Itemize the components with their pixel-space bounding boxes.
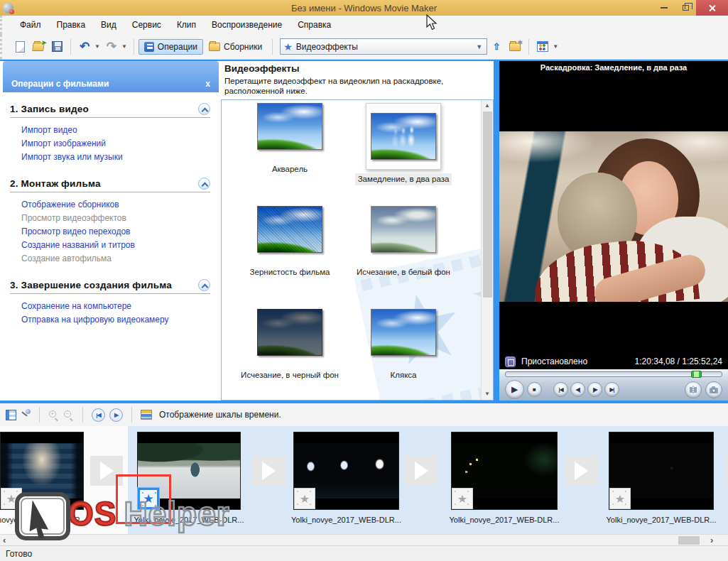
scrollbar-thumb[interactable] <box>483 111 492 298</box>
menubar: ФайлПравкаВидСервисКлипВоспроизведениеСп… <box>0 16 728 34</box>
scroll-left-icon[interactable]: ‹ <box>3 535 6 545</box>
clip-thumbnail[interactable]: ★ <box>451 432 558 510</box>
transition-cell[interactable] <box>405 456 438 486</box>
scroll-right-icon[interactable]: › <box>710 535 713 545</box>
transition-cell[interactable] <box>252 456 285 486</box>
menu-item[interactable]: Справка <box>290 17 339 33</box>
play-storyboard-button[interactable]: ▶ <box>109 408 123 422</box>
clip-thumbnail[interactable]: ★ <box>609 432 714 510</box>
effect-item[interactable]: Замедление, в два раза <box>348 103 459 206</box>
sidebar-link[interactable]: Импорт звука или музыки <box>21 152 219 162</box>
menu-item[interactable]: Воспроизведение <box>204 17 290 33</box>
timeline-mode-icon[interactable] <box>141 410 152 420</box>
undo-button[interactable]: ↶ <box>76 38 93 55</box>
collapse-button[interactable] <box>198 279 210 291</box>
menu-item[interactable]: Сервис <box>124 17 169 33</box>
rewind-storyboard-button[interactable]: |◀ <box>92 408 105 422</box>
views-button[interactable] <box>534 38 551 55</box>
sidebar-section-header[interactable]: 3. Завершение создания фильма <box>10 279 210 294</box>
open-project-button[interactable]: ➤ <box>30 38 47 55</box>
scrollbar-thumb[interactable] <box>678 536 700 545</box>
effect-thumbnail[interactable] <box>371 309 436 356</box>
storyboard-clip[interactable]: ★ Yolki_novye_2017_WEB-DLR... <box>451 432 558 510</box>
sidebar-link[interactable]: Отображение сборников <box>21 200 219 209</box>
scroll-up-icon[interactable]: ▲ <box>482 100 494 111</box>
seek-thumb[interactable] <box>691 371 702 378</box>
undo-dropdown[interactable]: ▼ <box>94 43 100 50</box>
sidebar-link[interactable]: Просмотр видео переходов <box>21 227 219 236</box>
new-project-button[interactable] <box>11 38 28 55</box>
split-clip-button[interactable] <box>685 381 702 398</box>
storyboard-scrollbar[interactable]: ‹ › <box>0 534 728 545</box>
fullscreen-icon[interactable] <box>505 356 516 367</box>
sidebar-link[interactable]: Сохранение на компьютере <box>21 301 219 311</box>
narration-mic-icon[interactable] <box>21 409 31 420</box>
collapse-button[interactable] <box>198 103 210 115</box>
tasks-pane-close-icon[interactable]: x <box>205 79 210 89</box>
menu-item[interactable]: Файл <box>12 17 49 33</box>
collections-button[interactable]: Сборники <box>203 39 268 55</box>
effect-thumbnail[interactable] <box>371 206 436 253</box>
redo-button[interactable]: ↷ <box>103 38 120 55</box>
effect-item[interactable]: Исчезание, в черный фон <box>234 309 345 401</box>
collapse-button[interactable] <box>198 178 210 190</box>
sidebar-link[interactable]: Отправка на цифровую видеокамеру <box>21 315 219 325</box>
collection-options-button[interactable]: ✱ <box>506 38 523 55</box>
stop-button[interactable]: ■ <box>527 382 542 397</box>
effect-item[interactable]: Исчезание, в белый фон <box>348 206 459 309</box>
effects-combobox[interactable]: ★ Видеоэффекты ▼ <box>280 38 487 55</box>
effect-thumbnail[interactable] <box>371 113 436 160</box>
sidebar-link[interactable]: Импорт изображений <box>21 138 219 148</box>
sidebar-link[interactable]: Создание автофильма <box>21 254 219 263</box>
transition-cell[interactable] <box>565 456 597 486</box>
take-picture-button[interactable] <box>705 381 722 398</box>
section-title: 1. Запись видео <box>10 104 89 114</box>
storyboard-clip[interactable]: ★ Yolki_novye_2017_WEB-DLR... <box>293 432 399 510</box>
save-project-button[interactable] <box>48 38 65 55</box>
scroll-down-icon[interactable]: ▼ <box>482 388 494 400</box>
storyboard-mode-icon[interactable] <box>6 410 16 420</box>
os-helper-watermark: OS Helper <box>68 494 230 534</box>
split-clip-icon <box>689 386 697 394</box>
step-forward-button[interactable]: |▶ <box>587 382 602 397</box>
seek-bar[interactable] <box>505 371 722 377</box>
effect-thumbnail[interactable] <box>257 206 322 253</box>
storyboard-clip[interactable]: ★ Yolki_novye_2017_WEB-DLR... <box>609 432 714 510</box>
sidebar-section-header[interactable]: 1. Запись видео <box>10 103 210 118</box>
menu-item[interactable]: Вид <box>93 17 124 33</box>
menu-item[interactable]: Клип <box>169 17 204 33</box>
next-frame-button[interactable]: ▶| <box>604 382 619 397</box>
chevron-down-icon[interactable]: ▼ <box>474 43 484 50</box>
zoom-out-icon[interactable]: − <box>63 410 74 420</box>
effect-star-icon[interactable]: ★ <box>294 488 315 509</box>
clip-thumbnail[interactable]: ★ <box>293 432 399 510</box>
video-screen[interactable] <box>499 74 728 354</box>
transition-cell[interactable] <box>725 456 728 486</box>
sidebar-link[interactable]: Импорт видео <box>21 125 219 135</box>
statusbar: Готово <box>0 545 728 561</box>
play-button[interactable]: ▶ <box>505 380 524 399</box>
back-to-collection-button[interactable]: ⇧ <box>488 38 505 55</box>
effect-thumbnail[interactable] <box>257 309 322 356</box>
views-dropdown[interactable]: ▼ <box>553 43 558 50</box>
step-back-button[interactable]: ◀| <box>570 382 585 397</box>
operations-button[interactable]: Операции <box>138 39 203 55</box>
effect-item[interactable]: Клякса <box>348 309 459 401</box>
status-text: Готово <box>6 549 32 559</box>
effect-thumbnail[interactable] <box>257 103 322 150</box>
sidebar-link[interactable]: Создание названий и титров <box>21 240 219 250</box>
effect-label: Исчезание, в белый фон <box>351 267 456 278</box>
zoom-in-icon[interactable]: + <box>48 410 59 420</box>
effect-item[interactable]: Акварель <box>234 103 345 206</box>
effect-item[interactable]: Зернистость фильма <box>234 206 345 309</box>
menu-item[interactable]: Правка <box>49 17 94 33</box>
previous-frame-button[interactable]: |◀ <box>553 382 568 397</box>
redo-dropdown[interactable]: ▼ <box>121 43 127 50</box>
effect-star-icon[interactable]: ★ <box>609 488 631 509</box>
sidebar-link[interactable]: Просмотр видеоэффектов <box>21 213 219 223</box>
timeline-mode-label[interactable]: Отображение шкалы времени. <box>159 410 281 420</box>
effects-scrollbar[interactable]: ▲ ▼ <box>481 100 493 400</box>
effect-star-icon[interactable]: ★ <box>452 488 473 509</box>
sidebar-section-header[interactable]: 2. Монтаж фильма <box>10 178 210 192</box>
transition-arrow-icon <box>262 462 276 480</box>
